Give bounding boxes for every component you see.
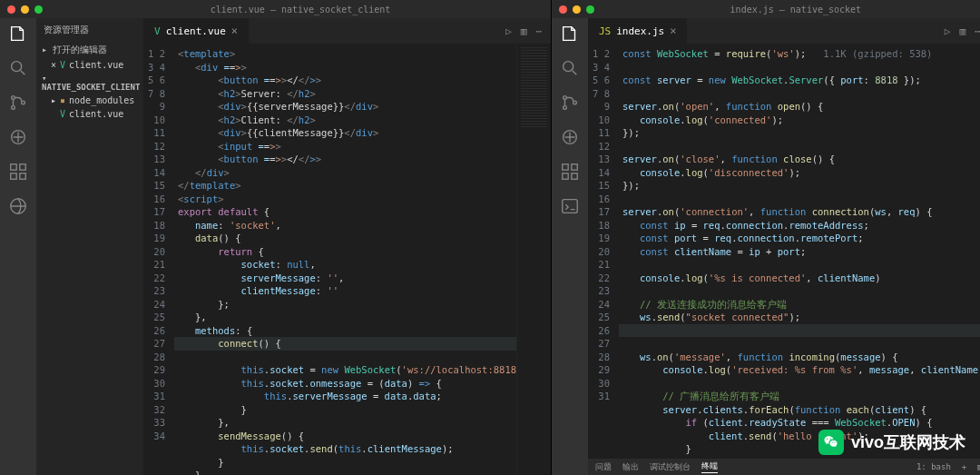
panel-output[interactable]: 输出 — [622, 461, 639, 473]
tab-client-vue[interactable]: V client.vue × — [143, 18, 250, 44]
extensions-icon[interactable] — [8, 162, 28, 182]
svg-point-2 — [12, 106, 15, 110]
svg-rect-7 — [11, 173, 16, 179]
search-icon[interactable] — [8, 58, 28, 78]
wechat-icon — [818, 430, 844, 455]
window-title: index.js — native_socket — [602, 5, 980, 15]
split-editor-icon[interactable]: ▥ — [521, 25, 527, 37]
remote-icon[interactable] — [8, 196, 28, 216]
code-editor-left[interactable]: 1 2 3 4 5 6 7 8 9 10 11 12 13 14 15 16 1… — [143, 44, 551, 475]
svg-rect-18 — [572, 173, 577, 179]
watermark-text: vivo互联网技术 — [851, 431, 965, 453]
svg-point-0 — [12, 62, 22, 72]
folder-icon: ▪ — [60, 95, 65, 105]
panel-problems[interactable]: 问题 — [595, 461, 612, 473]
svg-rect-17 — [563, 173, 568, 179]
debug-icon[interactable] — [560, 127, 580, 147]
split-editor-icon[interactable]: ▥ — [959, 25, 965, 37]
maximize-window-icon[interactable] — [586, 5, 594, 14]
close-window-icon[interactable] — [559, 5, 567, 14]
svg-point-3 — [22, 101, 25, 104]
close-tab-icon[interactable]: × — [670, 25, 676, 37]
source-control-icon[interactable] — [8, 93, 28, 113]
more-icon[interactable]: ⋯ — [975, 25, 980, 37]
svg-rect-15 — [563, 164, 568, 170]
code-editor-right[interactable]: 1 2 3 4 5 6 7 8 9 10 11 12 13 14 15 16 1… — [588, 44, 980, 459]
search-icon[interactable] — [560, 58, 580, 78]
traffic-lights — [552, 5, 602, 14]
explorer-sidebar: 资源管理器 ▸ 打开的编辑器 × V client.vue ▾ NATIVE_S… — [36, 18, 143, 475]
svg-rect-8 — [20, 173, 25, 179]
activity-bar — [0, 18, 36, 475]
activity-bar — [552, 18, 588, 475]
files-icon[interactable] — [8, 24, 28, 44]
line-numbers: 1 2 3 4 5 6 7 8 9 10 11 12 13 14 15 16 1… — [143, 44, 174, 475]
svg-rect-19 — [563, 200, 578, 213]
svg-point-13 — [573, 101, 577, 104]
run-icon[interactable]: ▷ — [945, 25, 951, 37]
svg-rect-16 — [572, 164, 577, 170]
close-file-icon[interactable]: × — [51, 60, 56, 70]
watermark: vivo互联网技术 — [818, 430, 965, 455]
terminal-shell[interactable]: 1: bash — [916, 462, 951, 471]
panel-debug[interactable]: 调试控制台 — [650, 461, 691, 473]
svg-rect-5 — [11, 164, 16, 170]
svg-point-1 — [12, 96, 15, 100]
panel-terminal[interactable]: 终端 — [701, 460, 718, 473]
window-title: client.vue — native_socket_client — [50, 5, 551, 15]
run-icon[interactable]: ▷ — [505, 25, 512, 37]
more-icon[interactable]: ⋯ — [535, 25, 542, 37]
source-control-icon[interactable] — [560, 93, 580, 113]
vscode-window-left: client.vue — native_socket_client 资源管理器 … — [0, 0, 552, 475]
tree-file-client-vue[interactable]: V client.vue — [36, 107, 143, 121]
line-numbers: 1 2 3 4 5 6 7 8 9 10 11 12 13 14 15 16 1… — [588, 44, 619, 459]
svg-point-10 — [564, 62, 573, 72]
minimize-window-icon[interactable] — [21, 5, 29, 14]
svg-rect-6 — [20, 164, 25, 170]
tab-bar-right: JS index.js × ▷ ▥ ⋯ — [588, 18, 980, 44]
vue-file-icon: V — [154, 25, 161, 37]
editor-actions: ▷ ▥ ⋯ — [496, 25, 551, 37]
vue-file-icon: V — [60, 60, 65, 70]
tree-folder-node-modules[interactable]: ▸ ▪ node_modules — [36, 94, 143, 107]
tab-label: client.vue — [166, 25, 226, 37]
debug-icon[interactable] — [8, 127, 28, 147]
close-tab-icon[interactable]: × — [231, 25, 238, 37]
svg-point-12 — [564, 106, 567, 110]
code-content-left[interactable]: <template> <div ==>> <button ==>></</>> … — [174, 44, 516, 475]
svg-point-11 — [564, 96, 567, 100]
explorer-title: 资源管理器 — [36, 18, 143, 42]
project-section[interactable]: ▾ NATIVE_SOCKET_CLIENT — [36, 72, 143, 94]
editor-actions: ▷ ▥ ⋯ — [936, 25, 980, 37]
panel-tabs: 问题 输出 调试控制台 终端 1: bash + ▥ — [588, 459, 980, 475]
new-terminal-icon[interactable]: + — [962, 462, 966, 471]
tab-bar-left: V client.vue × ▷ ▥ ⋯ — [143, 18, 551, 44]
editor-area-right: JS index.js × ▷ ▥ ⋯ 1 2 3 4 5 6 7 8 9 10… — [588, 18, 980, 475]
titlebar-left: client.vue — native_socket_client — [0, 0, 551, 18]
vue-file-icon: V — [60, 109, 65, 119]
minimap[interactable] — [516, 44, 551, 475]
vscode-window-right: index.js — native_socket JS index.js × ▷… — [552, 0, 980, 475]
tab-index-js[interactable]: JS index.js × — [588, 18, 688, 44]
minimize-window-icon[interactable] — [573, 5, 581, 14]
js-file-icon: JS — [599, 25, 611, 37]
files-icon[interactable] — [560, 24, 580, 44]
extensions-icon[interactable] — [560, 162, 580, 182]
traffic-lights — [0, 5, 50, 14]
tab-label: index.js — [616, 25, 664, 37]
maximize-window-icon[interactable] — [34, 5, 43, 14]
open-editors-section[interactable]: ▸ 打开的编辑器 — [36, 42, 143, 58]
code-content-right[interactable]: const WebSocket = require('ws'); 1.1K (g… — [619, 44, 980, 459]
terminal-alt-icon[interactable] — [560, 196, 580, 216]
open-editor-item[interactable]: × V client.vue — [36, 58, 143, 72]
titlebar-right: index.js — native_socket — [552, 0, 980, 18]
close-window-icon[interactable] — [7, 5, 15, 14]
chevron-right-icon: ▸ — [51, 95, 56, 105]
editor-area-left: V client.vue × ▷ ▥ ⋯ 1 2 3 4 5 6 7 8 9 1… — [143, 18, 551, 475]
